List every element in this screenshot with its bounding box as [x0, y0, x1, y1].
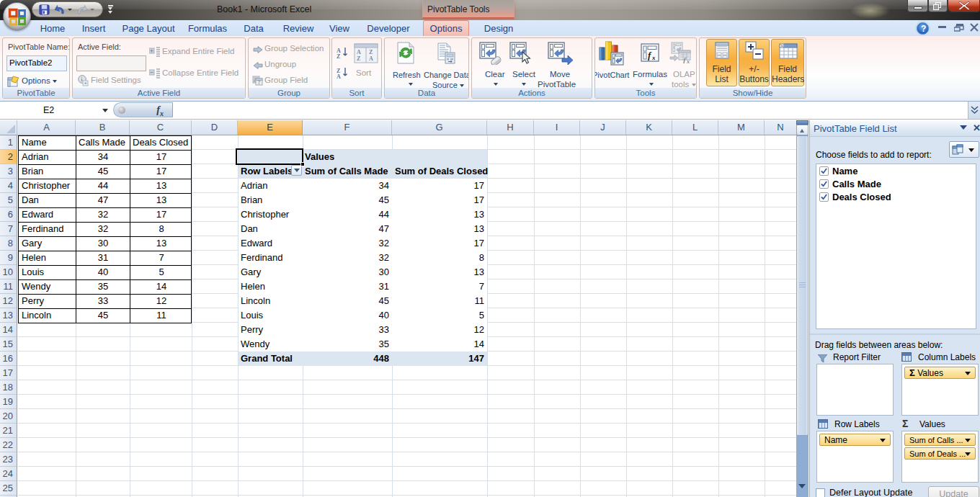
- svg-text:Z: Z: [369, 49, 373, 55]
- svg-text:x: x: [686, 58, 690, 63]
- svg-text:A: A: [337, 73, 341, 79]
- svg-text:Z: Z: [357, 55, 360, 62]
- svg-text:7: 7: [258, 80, 261, 85]
- svg-text:A: A: [357, 49, 361, 55]
- svg-text:A: A: [369, 55, 373, 62]
- svg-text:x: x: [651, 54, 656, 61]
- svg-text:Z: Z: [337, 53, 340, 59]
